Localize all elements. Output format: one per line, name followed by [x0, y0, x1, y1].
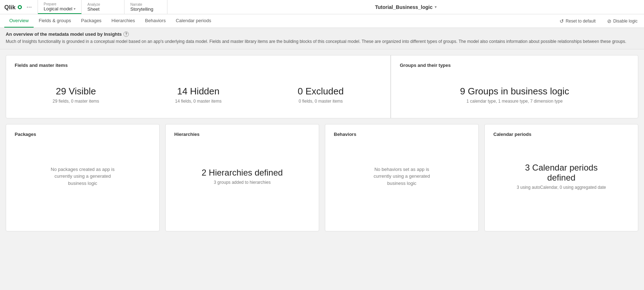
tab-packages[interactable]: Packages [76, 14, 107, 28]
app-title-chevron: ▾ [435, 5, 436, 9]
stat-groups-label: 1 calendar type, 1 measure type, 7 dimen… [467, 99, 563, 104]
narrate-name: Storytelling [130, 6, 161, 12]
stat-hidden-label: 14 fields, 0 master items [175, 99, 221, 104]
analyze-name: Sheet [87, 6, 118, 12]
behaviors-card-text: No behaviors set as app is currently usi… [366, 166, 438, 187]
disable-icon: ⊘ [607, 18, 611, 24]
behaviors-card-title: Behaviors [334, 132, 470, 137]
stat-visible-label: 29 fields, 0 master items [53, 99, 99, 104]
svg-point-2 [19, 6, 21, 8]
more-options-button[interactable]: ··· [25, 3, 33, 11]
prepare-label: Prepare [44, 2, 75, 6]
behaviors-card-content: No behaviors set as app is currently usi… [334, 148, 470, 205]
action-buttons: ↺ Reset to default ⊘ Disable logic [557, 17, 640, 25]
tab-calendar-periods[interactable]: Calendar periods [171, 14, 216, 28]
packages-card-title: Packages [15, 132, 151, 137]
svg-text:Qlik: Qlik [4, 4, 16, 10]
stat-groups-value: 9 Groups in business logic [460, 86, 569, 97]
logo-area: Qlik ··· [0, 0, 38, 14]
narrate-label: Narrate [130, 3, 161, 6]
tabs-list: Overview Fields & groups Packages Hierar… [4, 14, 216, 28]
hierarchies-card-sub: 3 groups added to hierarchies [214, 180, 271, 185]
info-bar-title: An overview of the metadata model used b… [6, 31, 638, 37]
tabs-bar: Overview Fields & groups Packages Hierar… [0, 14, 644, 28]
info-bar: An overview of the metadata model used b… [0, 28, 644, 49]
prepare-section[interactable]: Prepare Logical model ▾ [38, 0, 82, 14]
stat-groups: 9 Groups in business logic 1 calendar ty… [400, 79, 629, 111]
app-title[interactable]: Tutorial_Business_logic ▾ [375, 4, 436, 10]
groups-card-title: Groups and their types [400, 63, 629, 68]
info-bar-text: Much of Insights functionality is ground… [6, 38, 638, 45]
hierarchies-card-value: 2 Hierarchies defined [202, 168, 283, 178]
top-card-row: Fields and master items 29 Visible 29 fi… [6, 55, 638, 118]
disable-logic-button[interactable]: ⊘ Disable logic [605, 17, 640, 25]
calendar-periods-card-content: 3 Calendar periodsdefined 3 using autoCa… [493, 148, 629, 205]
calendar-periods-card-title: Calendar periods [493, 132, 629, 137]
packages-card-text: No packages created as app is currently … [47, 166, 118, 187]
groups-stats-row: 9 Groups in business logic 1 calendar ty… [400, 79, 629, 111]
bottom-cards-row: Packages No packages created as app is c… [6, 124, 638, 231]
analyze-section[interactable]: Analyze Sheet [82, 0, 125, 14]
packages-card-content: No packages created as app is currently … [15, 148, 151, 205]
qlik-logo[interactable]: Qlik [4, 3, 22, 11]
calendar-periods-card: Calendar periods 3 Calendar periodsdefin… [484, 124, 638, 231]
narrate-section[interactable]: Narrate Storytelling [125, 0, 167, 14]
tab-hierarchies[interactable]: Hierarchies [107, 14, 140, 28]
fields-card: Fields and master items 29 Visible 29 fi… [6, 55, 391, 118]
calendar-periods-card-value: 3 Calendar periodsdefined [525, 163, 598, 183]
main-content: Fields and master items 29 Visible 29 fi… [0, 49, 644, 237]
stat-hidden: 14 Hidden 14 fields, 0 master items [137, 79, 259, 111]
stat-visible-value: 29 Visible [56, 86, 96, 97]
tab-behaviors[interactable]: Behaviors [140, 14, 171, 28]
tab-overview[interactable]: Overview [4, 14, 34, 28]
app-title-area: Tutorial_Business_logic ▾ [167, 0, 644, 14]
fields-stats-row: 29 Visible 29 fields, 0 master items 14 … [15, 79, 382, 111]
behaviors-card: Behaviors No behaviors set as app is cur… [325, 124, 479, 231]
stat-hidden-value: 14 Hidden [177, 86, 220, 97]
hierarchies-card-title: Hierarchies [174, 132, 310, 137]
stat-excluded: 0 Excluded 0 fields, 0 master items [259, 79, 382, 111]
hierarchies-card: Hierarchies 2 Hierarchies defined 3 grou… [165, 124, 319, 231]
stat-visible: 29 Visible 29 fields, 0 master items [15, 79, 137, 111]
top-bar: Qlik ··· Prepare Logical model ▾ Analyze… [0, 0, 644, 14]
reset-to-default-button[interactable]: ↺ Reset to default [557, 17, 598, 25]
groups-card: Groups and their types 9 Groups in busin… [391, 55, 638, 118]
prepare-chevron: ▾ [74, 7, 75, 11]
tab-fields-groups[interactable]: Fields & groups [34, 14, 76, 28]
prepare-name: Logical model ▾ [44, 6, 75, 11]
stat-excluded-label: 0 fields, 0 master items [299, 99, 343, 104]
packages-card: Packages No packages created as app is c… [6, 124, 160, 231]
help-icon[interactable]: ? [123, 31, 129, 37]
stat-excluded-value: 0 Excluded [298, 86, 344, 97]
hierarchies-card-content: 2 Hierarchies defined 3 groups added to … [174, 148, 310, 205]
analyze-label: Analyze [87, 3, 118, 6]
calendar-periods-card-sub: 3 using autoCalendar, 0 using aggregated… [517, 185, 606, 190]
reset-icon: ↺ [560, 18, 564, 24]
fields-card-title: Fields and master items [15, 63, 382, 68]
